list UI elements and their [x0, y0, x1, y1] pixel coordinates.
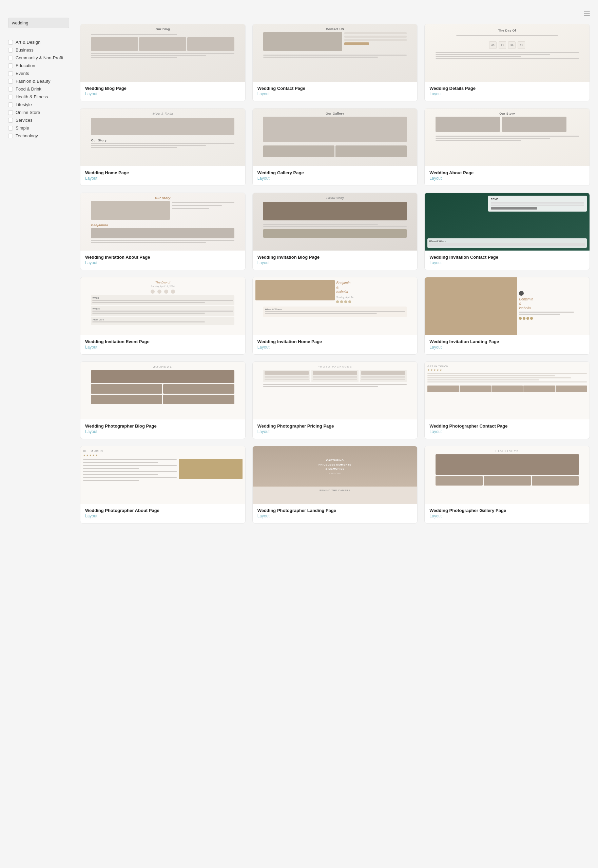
category-label: Online Store: [16, 110, 40, 115]
card-thumbnail: Mick & Della Our Story: [81, 109, 245, 166]
card-sub: Layout: [85, 91, 241, 96]
layout-card[interactable]: HI, I'M JOHN ★★★★★: [80, 446, 245, 523]
sidebar-category-item[interactable]: Fashion & Beauty: [8, 77, 69, 85]
card-title: Wedding Photographer About Page: [85, 508, 241, 513]
sidebar-category-item[interactable]: Community & Non-Profit: [8, 54, 69, 62]
sidebar-category-item[interactable]: Art & Design: [8, 38, 69, 46]
layout-card[interactable]: GET IN TOUCH ★★★★★ Wedd: [424, 361, 590, 439]
layout-card[interactable]: Our Story Wedding About Page Layout: [424, 108, 590, 186]
category-checkbox[interactable]: [8, 40, 13, 45]
layout-card[interactable]: Mick & Della Our Story Wedding Home Page…: [80, 108, 245, 186]
category-checkbox[interactable]: [8, 71, 13, 76]
card-sub: Layout: [85, 429, 241, 434]
card-title: Wedding Invitation Contact Page: [429, 255, 585, 260]
category-checkbox[interactable]: [8, 110, 13, 115]
card-info: Wedding Invitation About Page Layout: [81, 251, 245, 270]
card-title: Wedding About Page: [429, 170, 585, 175]
category-label: Education: [16, 63, 35, 68]
card-info: Wedding Home Page Layout: [81, 166, 245, 185]
card-title: Wedding Photographer Landing Page: [257, 508, 413, 513]
card-sub: Layout: [85, 260, 241, 265]
layout-card[interactable]: Contact US Wedding Contact Page: [253, 24, 418, 101]
sidebar-category-item[interactable]: Education: [8, 62, 69, 70]
sidebar: Art & DesignBusinessCommunity & Non-Prof…: [8, 11, 69, 857]
card-title: Wedding Photographer Contact Page: [429, 424, 585, 429]
card-title: Wedding Contact Page: [257, 86, 413, 91]
category-label: Food & Drink: [16, 87, 41, 91]
card-sub: Layout: [429, 260, 585, 265]
search-input[interactable]: [8, 18, 69, 28]
card-info: Wedding Contact Page Layout: [253, 82, 417, 101]
card-title: Wedding Invitation Landing Page: [429, 339, 585, 344]
category-checkbox[interactable]: [8, 102, 13, 107]
card-thumbnail: Benjamin&Isabella Sunday, April 14 When …: [253, 277, 417, 335]
sidebar-category-item[interactable]: Food & Drink: [8, 85, 69, 93]
card-sub: Layout: [257, 514, 413, 518]
card-title: Wedding Photographer Pricing Page: [257, 424, 413, 429]
page-wrapper: Art & DesignBusinessCommunity & Non-Prof…: [0, 0, 598, 868]
category-checkbox[interactable]: [8, 87, 13, 91]
layout-card[interactable]: PHOTO PACKAGES: [253, 361, 418, 439]
layout-card[interactable]: CAPTURINGPRICELESS MOMENTS& MEMORIES EXP…: [253, 446, 418, 523]
main-header: [80, 11, 590, 16]
category-label: Art & Design: [16, 40, 40, 45]
card-thumbnail: HI, I'M JOHN ★★★★★: [81, 446, 245, 504]
category-label: Fashion & Beauty: [16, 79, 51, 84]
layout-card[interactable]: JOURNAL Wedding Photographer Blog Page L…: [80, 361, 245, 439]
card-sub: Layout: [257, 91, 413, 96]
card-thumbnail: JOURNAL: [81, 362, 245, 419]
card-thumbnail: PHOTO PACKAGES: [253, 362, 417, 419]
sidebar-category-item[interactable]: Simple: [8, 124, 69, 132]
card-thumbnail: CAPTURINGPRICELESS MOMENTS& MEMORIES EXP…: [253, 446, 417, 504]
sidebar-category-item[interactable]: Business: [8, 46, 69, 54]
sidebar-category-item[interactable]: Technology: [8, 132, 69, 140]
category-checkbox[interactable]: [8, 79, 13, 84]
layout-card[interactable]: The Day of Sunday, April 14, 2024 When W…: [80, 277, 245, 355]
card-sub: Layout: [429, 345, 585, 350]
card-sub: Layout: [429, 176, 585, 181]
sidebar-category-item[interactable]: Lifestyle: [8, 101, 69, 109]
category-checkbox[interactable]: [8, 48, 13, 52]
card-title: Wedding Invitation About Page: [85, 255, 241, 260]
layout-card[interactable]: RSVP When & Where Wedding Invitation Con…: [424, 192, 590, 270]
card-title: Wedding Invitation Blog Page: [257, 255, 413, 260]
layout-card[interactable]: Our Blog Wedding Blog Page Layout: [80, 24, 245, 101]
card-sub: Layout: [257, 429, 413, 434]
layout-card[interactable]: HIGHLIGHTS Wedding Photographer Gallery …: [424, 446, 590, 523]
layout-card[interactable]: Our Gallery Wedding Gallery Page Layout: [253, 108, 418, 186]
sidebar-category-item[interactable]: Services: [8, 116, 69, 124]
layout-card[interactable]: The Day Of 03 21 36 01 Weddi: [424, 24, 590, 101]
layout-card[interactable]: Benjamin&Isabella Sunday, April 14 When …: [253, 277, 418, 355]
main-content: Our Blog Wedding Blog Page Layout: [80, 11, 590, 857]
sidebar-category-item[interactable]: Health & Fitness: [8, 93, 69, 101]
card-info: Wedding Invitation Blog Page Layout: [253, 251, 417, 270]
view-mode-toggle[interactable]: [582, 11, 590, 16]
card-title: Wedding Details Page: [429, 86, 585, 91]
category-checkbox[interactable]: [8, 63, 13, 68]
card-thumbnail: Our Story Benjamina: [81, 193, 245, 251]
category-checkbox[interactable]: [8, 118, 13, 123]
category-checkbox[interactable]: [8, 55, 13, 60]
card-title: Wedding Invitation Home Page: [257, 339, 413, 344]
card-thumbnail: Our Blog: [81, 24, 245, 82]
card-sub: Layout: [85, 345, 241, 350]
layout-card[interactable]: Benjamin&Isabella Wedding Invitation Lan…: [424, 277, 590, 355]
layout-card[interactable]: Follow Along Wedding Invitation Blog Pag…: [253, 192, 418, 270]
card-title: Wedding Blog Page: [85, 86, 241, 91]
category-label: Business: [16, 48, 34, 52]
card-thumbnail: Our Gallery: [253, 109, 417, 166]
category-label: Technology: [16, 133, 38, 138]
card-thumbnail: GET IN TOUCH ★★★★★: [425, 362, 589, 419]
sidebar-category-item[interactable]: Events: [8, 70, 69, 77]
card-thumbnail: Follow Along: [253, 193, 417, 251]
card-info: Wedding Invitation Landing Page Layout: [425, 335, 589, 354]
card-title: Wedding Photographer Blog Page: [85, 424, 241, 429]
category-checkbox[interactable]: [8, 95, 13, 99]
layouts-grid: Our Blog Wedding Blog Page Layout: [80, 24, 590, 523]
layout-card[interactable]: Our Story Benjamina Weddin: [80, 192, 245, 270]
sidebar-category-item[interactable]: Online Store: [8, 109, 69, 116]
category-checkbox[interactable]: [8, 134, 13, 138]
card-sub: Layout: [429, 429, 585, 434]
card-sub: Layout: [85, 176, 241, 181]
category-checkbox[interactable]: [8, 126, 13, 131]
